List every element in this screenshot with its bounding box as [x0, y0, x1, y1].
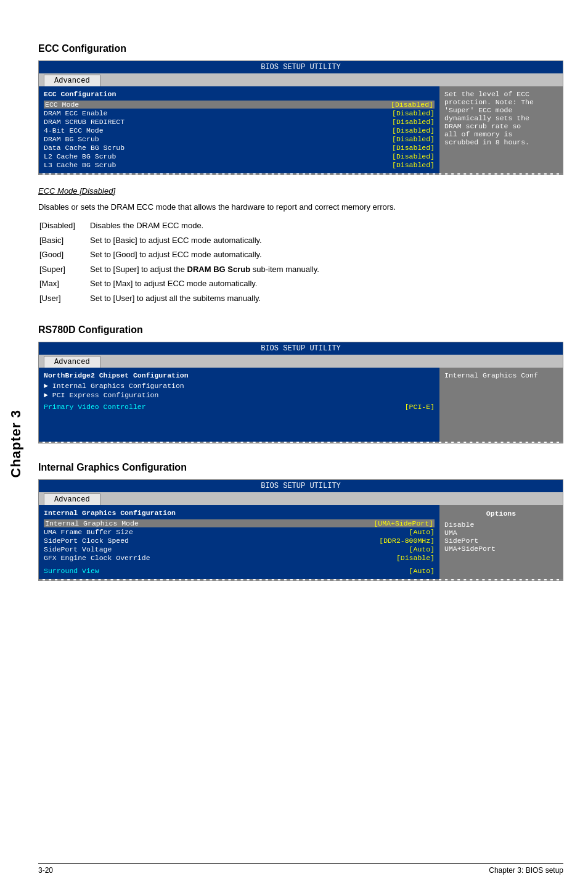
internal-graphics-mode-value: [UMA+SidePort]	[374, 519, 433, 527]
rs780-primary-video-row[interactable]: Primary Video Controller [PCI-E]	[44, 403, 435, 411]
l3-cache-bg-scrub-row[interactable]: L3 Cache BG Scrub [Disabled]	[44, 161, 435, 169]
ecc-bios-screen: BIOS SETUP UTILITY Advanced ECC Configur…	[38, 60, 563, 175]
rs780-primary-video-value: [PCI-E]	[405, 403, 435, 411]
four-bit-ecc-value: [Disabled]	[392, 126, 435, 134]
rs780-title: RS780D Configuration	[38, 324, 563, 336]
desc-val-good: Set to [Good] to adjust ECC mode automat…	[90, 248, 562, 262]
internal-graphics-bios-body: Internal Graphics Configuration Internal…	[39, 505, 563, 579]
desc-key-super: [Super]	[39, 263, 89, 276]
rs780-section: RS780D Configuration BIOS SETUP UTILITY …	[38, 324, 563, 444]
l2-cache-bg-scrub-row[interactable]: L2 Cache BG Scrub [Disabled]	[44, 152, 435, 160]
ecc-right-line2: protection. Note: The	[444, 98, 558, 106]
internal-graphics-advanced-tab[interactable]: Advanced	[44, 493, 100, 505]
four-bit-ecc-label: 4-Bit ECC Mode	[44, 126, 104, 134]
option-sideport[interactable]: SidePort	[444, 537, 558, 545]
rs780-pci-express-label: PCI Express Configuration	[52, 391, 159, 399]
sideport-clock-speed-row[interactable]: SidePort Clock Speed [DDR2-800MHz]	[44, 537, 435, 545]
uma-frame-buffer-label: UMA Frame Buffer Size	[44, 528, 133, 536]
ecc-desc-italic: ECC Mode [Disabled]	[38, 185, 563, 197]
rs780-bios-left: NorthBridge2 Chipset Configuration ► Int…	[39, 368, 439, 442]
data-cache-bg-scrub-label: Data Cache BG Scrub	[44, 144, 125, 152]
desc-val-basic: Set to [Basic] to adjust ECC mode automa…	[90, 234, 562, 247]
ecc-right-line5: DRAM scrub rate so	[444, 122, 558, 130]
surround-view-value: [Auto]	[409, 567, 435, 575]
rs780-pci-express-item[interactable]: ► PCI Express Configuration	[44, 391, 435, 399]
gfx-engine-clock-value: [Disable]	[396, 554, 435, 562]
ecc-right-line7: scrubbed in 8 hours.	[444, 138, 558, 146]
rs780-advanced-tab[interactable]: Advanced	[44, 356, 100, 368]
internal-graphics-title: Internal Graphics Configuration	[38, 462, 563, 473]
desc-row-basic: [Basic] Set to [Basic] to adjust ECC mod…	[39, 234, 562, 247]
options-header: Options	[444, 509, 558, 518]
option-disable[interactable]: Disable	[444, 521, 558, 529]
dram-bg-scrub-label: DRAM BG Scrub	[44, 135, 99, 143]
data-cache-bg-scrub-value: [Disabled]	[392, 144, 435, 152]
rs780-internal-graphics-item[interactable]: ► Internal Graphics Configuration	[44, 382, 435, 390]
data-cache-bg-scrub-row[interactable]: Data Cache BG Scrub [Disabled]	[44, 144, 435, 152]
ecc-desc-table: [Disabled] Disables the DRAM ECC mode. […	[38, 218, 563, 306]
rs780-internal-graphics-label: Internal Graphics Configuration	[52, 382, 184, 390]
arrow-icon-2: ►	[44, 391, 52, 399]
desc-val-super: Set to [Super] to adjust the DRAM BG Scr…	[90, 263, 562, 276]
ecc-tab-bar: Advanced	[39, 73, 563, 86]
four-bit-ecc-row[interactable]: 4-Bit ECC Mode [Disabled]	[44, 126, 435, 134]
dram-scrub-redirect-value: [Disabled]	[392, 118, 435, 126]
sideport-clock-speed-value: [DDR2-800MHz]	[379, 537, 435, 545]
rs780-tab-bar: Advanced	[39, 355, 563, 368]
desc-key-disabled: [Disabled]	[39, 219, 89, 233]
ecc-right-line3: 'Super' ECC mode	[444, 106, 558, 114]
rs780-bios-screen: BIOS SETUP UTILITY Advanced NorthBridge2…	[38, 342, 563, 444]
l3-cache-bg-scrub-label: L3 Cache BG Scrub	[44, 161, 116, 169]
sideport-voltage-row[interactable]: SidePort Voltage [Auto]	[44, 545, 435, 553]
sideport-voltage-label: SidePort Voltage	[44, 545, 112, 553]
ecc-advanced-tab[interactable]: Advanced	[44, 75, 100, 86]
dram-scrub-redirect-row[interactable]: DRAM SCRUB REDIRECT [Disabled]	[44, 118, 435, 126]
rs780-primary-video-label: Primary Video Controller	[44, 403, 146, 411]
internal-graphics-bios-left: Internal Graphics Configuration Internal…	[39, 505, 439, 579]
internal-graphics-section: Internal Graphics Configuration BIOS SET…	[38, 462, 563, 581]
rs780-left-header: NorthBridge2 Chipset Configuration	[44, 371, 435, 379]
ecc-mode-row[interactable]: ECC Mode [Disabled]	[44, 101, 435, 109]
desc-key-user: [User]	[39, 292, 89, 305]
surround-view-row[interactable]: Surround View [Auto]	[44, 567, 435, 575]
internal-graphics-mode-label: Internal Graphics Mode	[45, 519, 139, 527]
uma-frame-buffer-row[interactable]: UMA Frame Buffer Size [Auto]	[44, 528, 435, 536]
rs780-right-text: Internal Graphics Conf	[444, 371, 538, 379]
desc-key-good: [Good]	[39, 248, 89, 262]
dram-ecc-enable-row[interactable]: DRAM ECC Enable [Disabled]	[44, 109, 435, 117]
gfx-engine-clock-row[interactable]: GFX Engine Clock Override [Disable]	[44, 554, 435, 562]
surround-view-label: Surround View	[44, 567, 99, 575]
ecc-mode-value: [Disabled]	[391, 101, 433, 109]
dram-ecc-enable-value: [Disabled]	[392, 109, 435, 117]
ecc-bios-left: ECC Configuration ECC Mode [Disabled] DR…	[39, 86, 439, 173]
dram-bg-scrub-row[interactable]: DRAM BG Scrub [Disabled]	[44, 135, 435, 143]
ecc-dashed-bottom	[39, 173, 563, 175]
footer-chapter-label: Chapter 3: BIOS setup	[489, 866, 563, 875]
desc-val-user: Set to [User] to adjust all the subitems…	[90, 292, 562, 305]
desc-row-super: [Super] Set to [Super] to adjust the DRA…	[39, 263, 562, 276]
desc-row-max: [Max] Set to [Max] to adjust ECC mode au…	[39, 277, 562, 291]
footer-page-number: 3-20	[38, 866, 53, 875]
internal-graphics-mode-row[interactable]: Internal Graphics Mode [UMA+SidePort]	[44, 519, 435, 527]
ecc-right-line4: dynamically sets the	[444, 114, 558, 122]
desc-row-good: [Good] Set to [Good] to adjust ECC mode …	[39, 248, 562, 262]
dram-bg-scrub-bold: DRAM BG Scrub	[187, 265, 251, 274]
ecc-section: ECC Configuration BIOS SETUP UTILITY Adv…	[38, 43, 563, 306]
gfx-engine-clock-label: GFX Engine Clock Override	[44, 554, 150, 562]
main-content: ECC Configuration BIOS SETUP UTILITY Adv…	[32, 0, 588, 887]
l2-cache-bg-scrub-value: [Disabled]	[392, 152, 435, 160]
internal-graphics-tab-bar: Advanced	[39, 492, 563, 505]
desc-key-max: [Max]	[39, 277, 89, 291]
option-uma-sideport[interactable]: UMA+SidePort	[444, 545, 558, 553]
ecc-bios-right: Set the level of ECC protection. Note: T…	[439, 86, 563, 173]
option-uma[interactable]: UMA	[444, 529, 558, 537]
internal-graphics-bios-header: BIOS SETUP UTILITY	[39, 480, 563, 492]
desc-row-disabled: [Disabled] Disables the DRAM ECC mode.	[39, 219, 562, 233]
l2-cache-bg-scrub-label: L2 Cache BG Scrub	[44, 152, 116, 160]
dram-ecc-enable-label: DRAM ECC Enable	[44, 109, 108, 117]
rs780-bios-body: NorthBridge2 Chipset Configuration ► Int…	[39, 368, 563, 442]
ecc-right-line6: all of memory is	[444, 130, 558, 138]
l3-cache-bg-scrub-value: [Disabled]	[392, 161, 435, 169]
arrow-icon-1: ►	[44, 382, 52, 390]
ecc-mode-label: ECC Mode	[45, 101, 79, 109]
